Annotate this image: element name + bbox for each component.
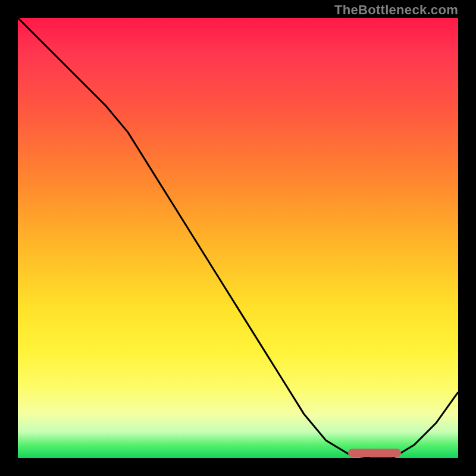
bottleneck-curve <box>18 18 458 458</box>
chart-frame: TheBottleneck.com <box>0 0 476 476</box>
plot-area <box>18 18 458 458</box>
optimal-marker <box>348 449 401 457</box>
attribution-label: TheBottleneck.com <box>334 2 458 18</box>
curve-path <box>18 18 458 458</box>
